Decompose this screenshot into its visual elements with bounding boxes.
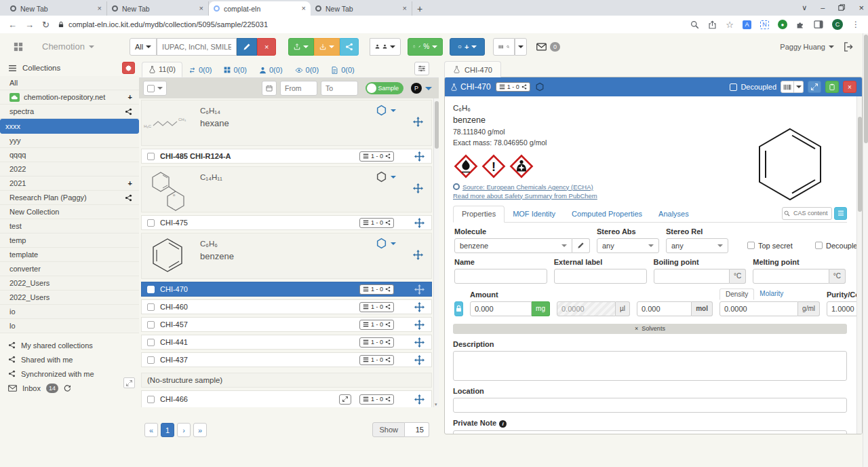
refresh-icon[interactable] xyxy=(64,384,71,392)
zoom-icon[interactable] xyxy=(690,20,699,29)
select-all-dropdown[interactable] xyxy=(143,81,167,96)
molecule-hexagon-icon[interactable] xyxy=(376,238,387,249)
sidebar-item-spectra[interactable]: spectra xyxy=(0,105,139,119)
tab-close-icon[interactable]: × xyxy=(98,5,102,12)
sample-row[interactable]: CHI-475 1 - 0 xyxy=(141,215,432,230)
sidebar-item-2022-users[interactable]: 2022_Users xyxy=(0,276,139,291)
scrollbar-thumb[interactable] xyxy=(435,101,439,149)
external-label-input[interactable] xyxy=(554,269,647,284)
date-filter-button[interactable] xyxy=(262,81,277,96)
sidebar-item-xxxx-selected[interactable]: xxxx xyxy=(0,119,139,134)
ul-unit-button[interactable]: µl xyxy=(616,301,630,316)
url-field[interactable]: complat-eln.ioc.kit.edu/mydb/collection/… xyxy=(58,20,682,29)
pagination-last[interactable]: » xyxy=(193,423,207,437)
move-icon[interactable] xyxy=(414,337,425,348)
row-checkbox[interactable] xyxy=(147,153,155,160)
sidebar-item-yyy[interactable]: yyy xyxy=(0,134,139,148)
stereo-abs-select[interactable]: any xyxy=(597,238,659,253)
tab-mof-identity[interactable]: MOF Identity xyxy=(505,206,564,222)
report-button[interactable]: % xyxy=(408,38,443,56)
app-menu-icon[interactable] xyxy=(14,42,23,52)
restore-icon[interactable] xyxy=(838,4,845,11)
sample-row[interactable]: CHI-437 1 - 0 xyxy=(141,352,432,367)
sidebar-item-lo[interactable]: lo xyxy=(0,319,139,333)
sidebar-item-temp[interactable]: temp xyxy=(0,234,139,248)
sample-task-button[interactable] xyxy=(370,38,401,56)
sidebar-item-converter[interactable]: converter xyxy=(0,262,139,276)
tab-close-icon[interactable]: × xyxy=(302,5,306,12)
extension-green-icon[interactable]: ● xyxy=(778,20,787,29)
row-checkbox[interactable] xyxy=(147,396,155,403)
amount-lock-button[interactable] xyxy=(454,301,463,316)
browser-tab[interactable]: New Tab × xyxy=(5,1,107,16)
add-icon[interactable]: + xyxy=(128,93,132,101)
bookmark-star-icon[interactable]: ☆ xyxy=(726,20,734,30)
molecule-hexagon-icon[interactable] xyxy=(376,105,387,116)
row-checkbox[interactable] xyxy=(147,219,155,227)
sidebar-item-research-plan[interactable]: Research Plan (Paggy) xyxy=(0,191,139,205)
chevron-down-icon[interactable] xyxy=(391,176,396,179)
inbox-expand-button[interactable] xyxy=(123,377,135,388)
molecule-group-header-c14h11[interactable]: o C₁₄H₁₁ xyxy=(141,166,432,212)
export-button[interactable] xyxy=(288,38,314,56)
sidebar-item-2022[interactable]: 2022 xyxy=(0,162,139,176)
search-scope-dropdown[interactable]: All xyxy=(130,38,157,56)
sign-out-icon[interactable] xyxy=(844,42,853,52)
row-checkbox[interactable] xyxy=(147,321,155,329)
barcode-scan-button[interactable] xyxy=(493,38,515,56)
share-button[interactable] xyxy=(340,38,359,56)
tab-computed-properties[interactable]: Computed Properties xyxy=(564,206,650,222)
inbox-indicator[interactable]: 0 xyxy=(536,42,560,52)
tab-search-icon[interactable]: ∨ xyxy=(802,3,807,12)
tab-screens[interactable]: 0(0) xyxy=(253,63,289,77)
tab-reactions[interactable]: 0(0) xyxy=(182,63,218,77)
structure-editor-button[interactable] xyxy=(237,38,257,56)
sidebar-item-chemotion-repository[interactable]: chemotion-repository.net + xyxy=(0,90,139,105)
pagination-next[interactable]: › xyxy=(177,423,191,437)
share-icon[interactable] xyxy=(125,108,132,115)
decoupled-checkbox[interactable] xyxy=(730,83,737,91)
molecule-group-header-hexane[interactable]: H₃C CH₃ C₆H₁₄ hexane xyxy=(141,100,432,146)
close-detail-button[interactable]: × xyxy=(843,81,856,93)
move-icon[interactable] xyxy=(414,320,425,330)
minimize-icon[interactable]: – xyxy=(821,3,825,12)
row-checkbox[interactable] xyxy=(147,339,155,346)
sidebar-item-test[interactable]: test xyxy=(0,219,139,234)
user-menu[interactable]: Paggy Huang xyxy=(780,43,834,51)
reload-icon[interactable]: ↻ xyxy=(42,20,50,30)
my-shared-collections-link[interactable]: My shared collections xyxy=(0,338,139,352)
top-secret-checkbox[interactable] xyxy=(747,242,755,249)
structure-search-input[interactable] xyxy=(157,38,237,56)
molecule-select[interactable]: benzene xyxy=(454,238,572,253)
sidebar-item-2022-users-2[interactable]: 2022_Users xyxy=(0,291,139,305)
sidebar-item-qqqq[interactable]: qqqq xyxy=(0,148,139,162)
detail-tab[interactable]: CHI-470 xyxy=(444,61,501,77)
show-value-input[interactable]: 15 xyxy=(405,422,429,437)
pagination-page-1[interactable]: 1 xyxy=(161,423,174,437)
move-icon[interactable] xyxy=(414,355,425,365)
date-to-input[interactable] xyxy=(321,81,358,96)
molecule-hexagon-icon[interactable] xyxy=(376,171,387,183)
shared-with-me-link[interactable]: Shared with me xyxy=(0,352,139,367)
move-icon[interactable] xyxy=(413,250,423,260)
barcode-options-button[interactable] xyxy=(515,38,527,56)
sidebar-item-template[interactable]: template xyxy=(0,248,139,262)
browser-tab-active[interactable]: complat-eln × xyxy=(209,1,311,16)
scroll-down-arrow[interactable]: ▾ xyxy=(435,402,437,407)
name-input[interactable] xyxy=(454,269,547,284)
move-icon[interactable] xyxy=(414,394,425,405)
density-input[interactable] xyxy=(719,301,798,316)
forward-icon[interactable]: → xyxy=(25,20,34,30)
solvents-collapse-bar[interactable]: × Solvents xyxy=(453,324,847,334)
copy-sample-button[interactable] xyxy=(825,81,839,93)
molecule-viewer-icon[interactable] xyxy=(535,82,545,92)
move-icon[interactable] xyxy=(413,183,423,193)
barcode-options-button[interactable] xyxy=(794,81,804,93)
row-checkbox[interactable] xyxy=(147,356,155,364)
share-page-icon[interactable] xyxy=(708,20,717,29)
tab-close-icon[interactable]: × xyxy=(403,5,407,12)
date-from-input[interactable] xyxy=(280,81,317,96)
row-checkbox[interactable] xyxy=(147,303,155,311)
create-button[interactable]: ○ + xyxy=(450,38,485,56)
edit-molecule-button[interactable] xyxy=(572,238,590,253)
